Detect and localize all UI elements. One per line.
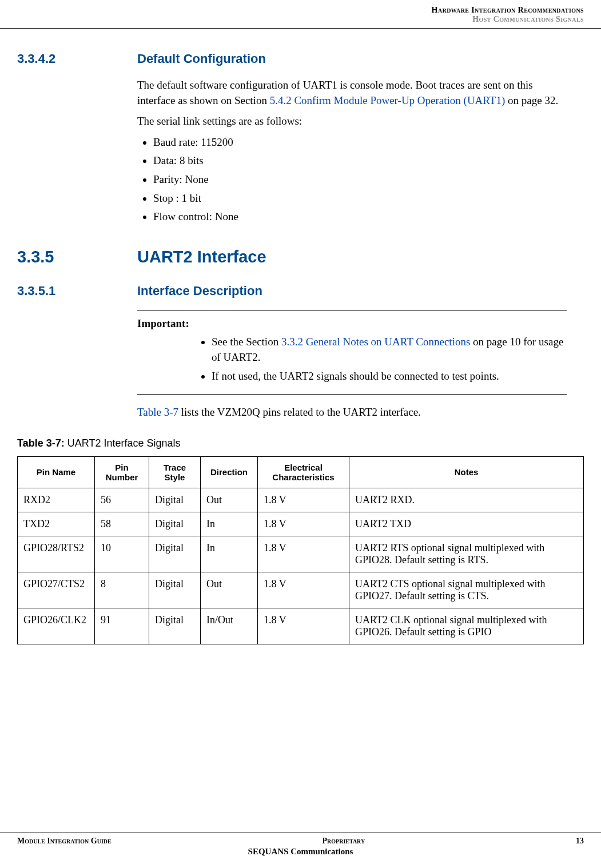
- heading-3342: 3.3.4.2 Default Configuration: [17, 51, 584, 66]
- text: lists the VZM20Q pins related to the UAR…: [178, 406, 421, 418]
- note-label: Important:: [137, 316, 567, 332]
- cross-ref-link[interactable]: Table 3-7: [137, 406, 178, 418]
- table-cell: 56: [95, 488, 149, 512]
- important-note: Important: See the Section 3.3.2 General…: [137, 310, 567, 395]
- table-row: GPIO28/RTS210DigitalIn1.8 VUART2 RTS opt…: [18, 536, 584, 572]
- text: on page 32.: [505, 94, 558, 106]
- table-cell: Digital: [149, 608, 201, 644]
- table-row: GPIO27/CTS28DigitalOut1.8 VUART2 CTS opt…: [18, 572, 584, 608]
- footer-row: Module Integration Guide Proprietary 13: [0, 837, 601, 846]
- table-cell: UART2 CTS optional signal multiplexed wi…: [349, 572, 584, 608]
- header-line-1: Hardware Integration Recommendations: [432, 6, 584, 15]
- heading-number: 3.3.5.1: [17, 284, 137, 298]
- list-item: Data: 8 bits: [153, 153, 567, 169]
- table-cell: Out: [201, 488, 258, 512]
- paragraph: The serial link settings are as follows:: [137, 114, 567, 129]
- footer-left: Module Integration Guide: [17, 837, 112, 846]
- table-cell: Digital: [149, 512, 201, 536]
- col-electrical: Electrical Characteristics: [258, 456, 349, 488]
- serial-settings-list: Baud rate: 115200 Data: 8 bits Parity: N…: [137, 135, 567, 225]
- heading-3351: 3.3.5.1 Interface Description: [17, 284, 584, 298]
- list-item: Baud rate: 115200: [153, 135, 567, 150]
- cross-ref-link[interactable]: 3.3.2 General Notes on UART Connections: [281, 336, 470, 348]
- list-item: If not used, the UART2 signals should be…: [212, 369, 567, 384]
- cross-ref-link[interactable]: 5.4.2 Confirm Module Power-Up Operation …: [270, 94, 506, 106]
- list-item: Flow control: None: [153, 209, 567, 225]
- heading-number: 3.3.5: [17, 248, 137, 266]
- heading-title: UART2 Interface: [137, 248, 266, 266]
- table-cell: 1.8 V: [258, 572, 349, 608]
- uart2-signals-table: Pin Name Pin Number Trace Style Directio…: [17, 456, 584, 644]
- paragraph: Table 3-7 lists the VZM20Q pins related …: [137, 405, 567, 420]
- table-cell: UART2 RXD.: [349, 488, 584, 512]
- col-pin-name: Pin Name: [18, 456, 95, 488]
- table-cell: Digital: [149, 572, 201, 608]
- table-cell: In: [201, 536, 258, 572]
- footer-center: Proprietary: [112, 837, 576, 846]
- list-item: Parity: None: [153, 172, 567, 188]
- table-cell: UART2 CLK optional signal multiplexed wi…: [349, 608, 584, 644]
- text: See the Section: [212, 336, 281, 348]
- table-cell: TXD2: [18, 512, 95, 536]
- page: Hardware Integration Recommendations Hos…: [0, 0, 601, 868]
- table-cell: 1.8 V: [258, 608, 349, 644]
- table-cell: 1.8 V: [258, 512, 349, 536]
- table-header-row: Pin Name Pin Number Trace Style Directio…: [18, 456, 584, 488]
- heading-title: Default Configuration: [137, 51, 266, 66]
- body-3342: The default software configuration of UA…: [137, 78, 567, 225]
- table-cell: Digital: [149, 488, 201, 512]
- table-cell: GPIO27/CTS2: [18, 572, 95, 608]
- table-cell: Out: [201, 572, 258, 608]
- footer-rule: [0, 833, 601, 833]
- table-cell: GPIO26/CLK2: [18, 608, 95, 644]
- body-3351: Important: See the Section 3.3.2 General…: [137, 310, 567, 420]
- col-notes: Notes: [349, 456, 584, 488]
- table-cell: 1.8 V: [258, 536, 349, 572]
- table-row: RXD256DigitalOut1.8 VUART2 RXD.: [18, 488, 584, 512]
- heading-title: Interface Description: [137, 284, 262, 298]
- heading-number: 3.3.4.2: [17, 51, 137, 66]
- table-cell: RXD2: [18, 488, 95, 512]
- footer: Module Integration Guide Proprietary 13 …: [0, 833, 601, 857]
- table-cell: In: [201, 512, 258, 536]
- list-item: Stop : 1 bit: [153, 191, 567, 206]
- table-number: Table 3-7:: [17, 437, 67, 449]
- table-cell: 8: [95, 572, 149, 608]
- table-cell: UART2 TXD: [349, 512, 584, 536]
- footer-page-number: 13: [576, 837, 584, 846]
- col-direction: Direction: [201, 456, 258, 488]
- table-cell: 58: [95, 512, 149, 536]
- table-row: GPIO26/CLK291DigitalIn/Out1.8 VUART2 CLK…: [18, 608, 584, 644]
- table-cell: 10: [95, 536, 149, 572]
- paragraph: The default software configuration of UA…: [137, 78, 567, 108]
- list-item: See the Section 3.3.2 General Notes on U…: [212, 335, 567, 365]
- col-pin-number: Pin Number: [95, 456, 149, 488]
- col-trace-style: Trace Style: [149, 456, 201, 488]
- table-cell: Digital: [149, 536, 201, 572]
- table-caption: Table 3-7: UART2 Interface Signals: [17, 437, 584, 449]
- table-cell: UART2 RTS optional signal multiplexed wi…: [349, 536, 584, 572]
- table-cell: 1.8 V: [258, 488, 349, 512]
- table-body: RXD256DigitalOut1.8 VUART2 RXD.TXD258Dig…: [18, 488, 584, 644]
- heading-335: 3.3.5 UART2 Interface: [17, 248, 584, 266]
- content: 3.3.4.2 Default Configuration The defaul…: [17, 0, 584, 713]
- note-list: See the Section 3.3.2 General Notes on U…: [137, 335, 567, 384]
- table-title: UART2 Interface Signals: [67, 437, 181, 449]
- running-header: Hardware Integration Recommendations Hos…: [432, 6, 584, 24]
- table-cell: GPIO28/RTS2: [18, 536, 95, 572]
- footer-company: SEQUANS Communications: [0, 847, 601, 857]
- table-cell: 91: [95, 608, 149, 644]
- header-rule: [0, 28, 601, 29]
- header-line-2: Host Communications Signals: [432, 15, 584, 24]
- table-row: TXD258DigitalIn1.8 VUART2 TXD: [18, 512, 584, 536]
- table-cell: In/Out: [201, 608, 258, 644]
